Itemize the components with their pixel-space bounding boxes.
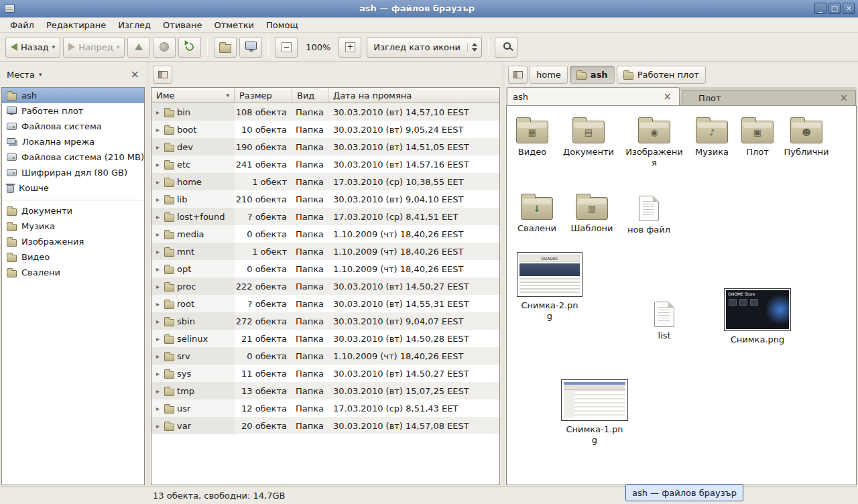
table-row[interactable]: ▸opt0 обектаПапка1.10.2009 (чт) 18,40,26…: [151, 260, 499, 277]
forward-button[interactable]: Напред ▾: [63, 37, 125, 58]
minimize-button[interactable]: _: [814, 3, 826, 14]
up-button[interactable]: [127, 37, 150, 58]
back-button[interactable]: Назад ▾: [5, 37, 60, 58]
expander-icon[interactable]: ▸: [154, 405, 162, 412]
expander-icon[interactable]: ▸: [154, 370, 162, 377]
expander-icon[interactable]: ▸: [154, 387, 162, 395]
expander-icon[interactable]: ▸: [154, 318, 162, 325]
column-header-size[interactable]: Размер: [235, 88, 292, 103]
zoom-in-button[interactable]: +: [339, 37, 361, 58]
reload-button[interactable]: [178, 37, 201, 58]
image-item[interactable]: GNOME StoreСнимка.png: [720, 288, 795, 345]
places-item[interactable]: Кошче: [2, 180, 144, 196]
expander-icon[interactable]: ▸: [154, 143, 162, 151]
menu-bookmarks[interactable]: Отметки: [208, 19, 259, 32]
expander-icon[interactable]: ▸: [154, 422, 162, 430]
folder-item[interactable]: ↓Свалени: [506, 192, 568, 234]
expander-icon[interactable]: ▸: [154, 109, 162, 116]
table-row[interactable]: ▸boot10 обектаПапка30.03.2010 (вт) 9,05,…: [151, 121, 499, 138]
image-item[interactable]: Снимка-1.png: [557, 379, 632, 445]
column-header-name[interactable]: Име ▾: [151, 88, 235, 103]
expander-icon[interactable]: ▸: [154, 335, 162, 342]
stop-button[interactable]: [153, 37, 176, 58]
folder-item[interactable]: ▦Видео: [506, 115, 563, 158]
root-breadcrumb-button[interactable]: [153, 66, 172, 84]
tab[interactable]: ash×: [507, 87, 680, 105]
expander-icon[interactable]: ▸: [154, 248, 162, 255]
menu-view[interactable]: Изглед: [112, 19, 157, 32]
table-row[interactable]: ▸dev190 обектаПапка30.03.2010 (вт) 14,51…: [151, 138, 499, 155]
table-row[interactable]: ▸proc222 обектаПапка30.03.2010 (вт) 14,5…: [151, 277, 499, 295]
tab-close-icon[interactable]: ×: [837, 93, 850, 103]
table-row[interactable]: ▸etc241 обектаПапка30.03.2010 (вт) 14,57…: [151, 155, 499, 173]
places-item[interactable]: Шифриран дял (80 GB): [2, 165, 144, 180]
expander-icon[interactable]: ▸: [154, 353, 162, 360]
menu-help[interactable]: Помощ: [260, 19, 304, 32]
places-item[interactable]: Работен плот: [2, 103, 144, 119]
menu-file[interactable]: Файл: [4, 19, 40, 32]
maximize-button[interactable]: □: [829, 3, 841, 14]
column-header-date[interactable]: Дата на промяна: [328, 88, 499, 103]
expander-icon[interactable]: ▸: [154, 126, 162, 133]
table-row[interactable]: ▸bin108 обектаПапка30.03.2010 (вт) 14,57…: [151, 103, 499, 121]
places-item[interactable]: Файлова система (210 MB): [2, 149, 144, 165]
search-button[interactable]: [495, 37, 517, 58]
menu-edit[interactable]: Редактиране: [40, 19, 112, 32]
size-cell: 21 обекта: [235, 330, 292, 347]
root-breadcrumb-button[interactable]: [508, 66, 528, 84]
table-row[interactable]: ▸lost+found? обектаПапка17.03.2010 (ср) …: [151, 208, 499, 225]
tab-close-icon[interactable]: ×: [661, 92, 674, 102]
folder-item[interactable]: ◉Изображения: [623, 115, 685, 168]
table-row[interactable]: ▸srv0 обектаПапка1.10.2009 (чт) 18,40,26…: [151, 347, 499, 365]
taskbar-window-button[interactable]: ash — файлов браузър: [625, 484, 743, 501]
folder-icon: [7, 93, 17, 101]
expander-icon[interactable]: ▸: [154, 300, 162, 308]
sidebar-close-icon[interactable]: ×: [131, 69, 139, 80]
expander-icon[interactable]: ▸: [154, 196, 162, 203]
table-row[interactable]: ▸root? обектаПапка30.03.2010 (вт) 14,55,…: [151, 295, 499, 312]
table-row[interactable]: ▸selinux21 обектаПапка30.03.2010 (вт) 14…: [151, 330, 499, 347]
expander-icon[interactable]: ▸: [154, 231, 162, 238]
folder-item[interactable]: ▤Документи: [558, 115, 619, 158]
titlebar[interactable]: ash — файлов браузър _ □ ×: [0, 0, 858, 17]
expander-icon[interactable]: ▸: [154, 161, 162, 168]
tab[interactable]: Плот×: [682, 90, 856, 105]
table-row[interactable]: ▸sbin272 обектаПапка30.03.2010 (вт) 9,04…: [151, 312, 499, 330]
expander-icon[interactable]: ▸: [154, 283, 162, 290]
menu-go[interactable]: Отиване: [157, 19, 208, 32]
places-item[interactable]: Видео: [2, 249, 144, 265]
places-item[interactable]: Изображения: [2, 234, 144, 249]
zoom-out-button[interactable]: −: [275, 37, 298, 58]
table-row[interactable]: ▸tmp13 обектаПапка30.03.2010 (вт) 15,07,…: [151, 382, 499, 399]
places-item[interactable]: Документи: [2, 203, 144, 218]
places-item[interactable]: Локална мрежа: [2, 134, 144, 149]
home-button[interactable]: [214, 37, 237, 58]
column-header-type[interactable]: Вид: [292, 88, 328, 103]
computer-button[interactable]: [239, 37, 262, 58]
expander-icon[interactable]: ▸: [154, 178, 162, 186]
table-row[interactable]: ▸usr12 обектаПапка17.03.2010 (ср) 8,51,4…: [151, 399, 499, 417]
breadcrumb-button[interactable]: ash: [570, 66, 615, 84]
expander-icon[interactable]: ▸: [154, 265, 162, 273]
table-row[interactable]: ▸lib210 обектаПапка30.03.2010 (вт) 9,04,…: [151, 190, 499, 208]
table-row[interactable]: ▸sys11 обектаПапка30.03.2010 (вт) 14,50,…: [151, 365, 499, 382]
table-row[interactable]: ▸home1 обектПапка17.03.2010 (ср) 10,38,5…: [151, 173, 499, 190]
table-row[interactable]: ▸media0 обектаПапка1.10.2009 (чт) 18,40,…: [151, 225, 499, 243]
places-item[interactable]: Файлова система: [2, 119, 144, 134]
view-mode-select[interactable]: Изглед като икони: [367, 37, 482, 58]
places-item[interactable]: Свалени: [2, 265, 144, 280]
breadcrumb-button[interactable]: Работен плот: [617, 66, 706, 84]
folder-item[interactable]: ☻Публични: [776, 115, 837, 158]
file-item[interactable]: нов файл: [618, 193, 680, 235]
places-selector[interactable]: Места: [7, 70, 35, 80]
table-row[interactable]: ▸var20 обектаПапка30.03.2010 (вт) 14,57,…: [151, 417, 499, 434]
places-item[interactable]: ash: [2, 88, 144, 103]
table-row[interactable]: ▸mnt1 обектПапка1.10.2009 (чт) 18,40,26 …: [151, 243, 499, 260]
breadcrumb-button[interactable]: home: [530, 66, 568, 84]
image-item[interactable]: GUADECСнимка-2.png: [512, 252, 587, 321]
close-button[interactable]: ×: [843, 3, 855, 14]
file-item[interactable]: list: [633, 299, 695, 341]
folder-item[interactable]: ▥Шаблони: [561, 192, 623, 234]
places-item[interactable]: Музика: [2, 218, 144, 234]
expander-icon[interactable]: ▸: [154, 213, 162, 220]
